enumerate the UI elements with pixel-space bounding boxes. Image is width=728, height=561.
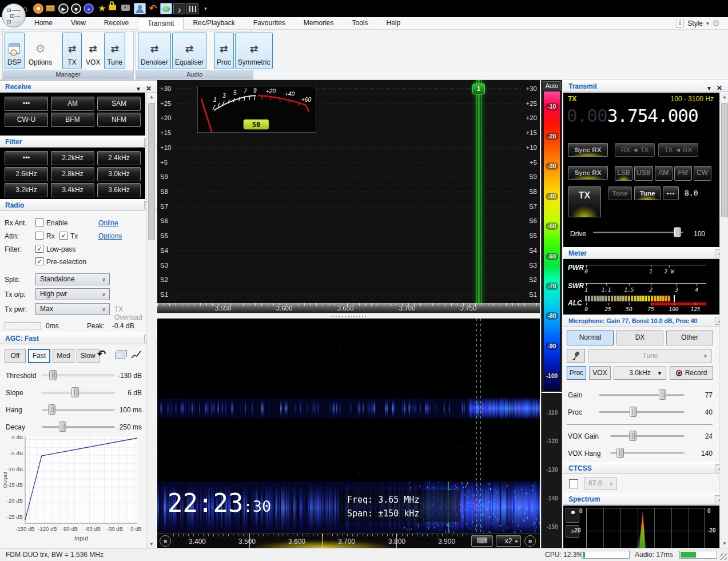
mode-button[interactable]: NFM (97, 113, 141, 127)
ribbon-collapse-icon[interactable]: ⇕ (676, 19, 684, 28)
zoom-button[interactable]: x2 ▸ (496, 535, 521, 547)
tone-button[interactable]: Tone (608, 186, 632, 200)
attn-rx-checkbox[interactable] (35, 232, 43, 240)
agc-threshold-slider[interactable] (42, 369, 115, 381)
agc-slope-slider[interactable] (42, 387, 115, 398)
menu-tab[interactable]: Favourites (244, 17, 295, 30)
menu-tab[interactable]: Help (377, 17, 410, 30)
keyboard-entry-button[interactable]: ⌨ (471, 535, 493, 547)
vox-gain-slider[interactable] (610, 430, 685, 441)
filter-button[interactable]: 2.4kHz (97, 151, 141, 165)
right-panel-scrollbar[interactable]: ▲ ▼ (719, 93, 728, 548)
menu-tab[interactable]: Tools (343, 17, 377, 30)
tx-mode-button[interactable]: LSB (615, 166, 632, 181)
record-button[interactable]: Record (670, 366, 713, 380)
tx-marker-flag[interactable]: 1 (472, 83, 485, 94)
ctcss-tone-select[interactable]: 67.0∨ (584, 478, 617, 490)
ribbon-button[interactable]: Symmetric (235, 33, 273, 69)
resize-grip[interactable] (720, 553, 727, 560)
spectrum-style-dot-button[interactable] (566, 508, 579, 523)
filter-button[interactable]: 3.2kHz (5, 183, 48, 197)
sync-rx-button[interactable]: Sync RX (568, 143, 608, 157)
agc-curve-icon[interactable] (130, 349, 142, 360)
microphone-icon-button[interactable] (567, 349, 585, 363)
ribbon-button[interactable]: DSP (5, 33, 25, 69)
close-icon[interactable]: ✕ (717, 82, 722, 94)
display-splitter[interactable] (157, 313, 540, 319)
colorbar-threshold-line[interactable] (542, 392, 563, 393)
app-logo[interactable] (2, 3, 26, 27)
tx-frequency-marker[interactable] (476, 80, 482, 303)
ribbon-button[interactable]: Tune (104, 33, 125, 69)
preselection-checkbox[interactable]: ✓ (35, 257, 43, 265)
band-overview-scale[interactable]: 3.4003.5003.6003.7003.8003.900 (173, 534, 476, 548)
mixer-icon[interactable] (186, 3, 198, 14)
overflow-chevron-icon[interactable]: ▾ (200, 2, 212, 15)
agc-preset-icon[interactable] (115, 352, 125, 359)
mode-button[interactable]: SAM (97, 97, 141, 111)
tx-from-rx-button[interactable]: TX ◄ RX (658, 143, 698, 157)
person-icon[interactable] (134, 3, 146, 14)
mode-button[interactable]: ••• (5, 97, 48, 111)
lock-icon[interactable] (109, 5, 116, 10)
filter-button[interactable]: 2.2kHz (51, 151, 94, 165)
colorbar-gradient[interactable]: -10-20-30-40-50-60-70-80-90-100 (544, 91, 560, 391)
ribbon-button[interactable]: Denoiser (138, 33, 171, 69)
mode-button[interactable]: CW-U (5, 113, 48, 127)
style-menu[interactable]: Style (687, 19, 703, 27)
menu-tab[interactable]: Memories (295, 17, 343, 30)
mic-tune-select[interactable]: Tune▼ (588, 349, 712, 363)
tx-op-select[interactable]: High pwr∨ (35, 288, 110, 300)
filter-button[interactable]: 3.0kHz (97, 167, 141, 181)
tx-mode-button[interactable]: USB (634, 166, 653, 181)
tx-transmit-button[interactable]: TX (568, 186, 601, 217)
rx-spectrum-display[interactable]: +30+30 +25+25 +20+20 +15+15 +10+10 +5+5 … (157, 80, 540, 303)
drive-slider[interactable] (593, 226, 683, 238)
favourite-star-icon[interactable]: ★ (96, 2, 108, 15)
tune-options-button[interactable]: ••• (663, 186, 679, 200)
style-chevron-icon[interactable]: ▾ (706, 21, 709, 26)
mic-profile-button[interactable]: Normal (567, 331, 614, 345)
filter-button[interactable]: 2.6kHz (5, 167, 48, 181)
tx-mode-button[interactable]: CW (694, 166, 711, 181)
filter-button[interactable]: ••• (5, 151, 48, 165)
ribbon-button[interactable]: TX (62, 33, 82, 69)
menu-tab[interactable]: View (62, 17, 95, 30)
camera-icon[interactable] (121, 5, 130, 11)
online-link[interactable]: Online (98, 219, 118, 227)
mic-proc-slider[interactable] (599, 406, 685, 417)
music-note-icon[interactable]: ♪ (173, 3, 185, 14)
vox-hang-slider[interactable] (610, 447, 685, 459)
settings-gear-icon[interactable]: ⚙ (713, 18, 720, 29)
agc-speed-button[interactable]: Fast (28, 349, 50, 363)
ribbon-button[interactable]: Equaliser (172, 33, 206, 69)
mic-profile-button[interactable]: Other (666, 331, 713, 345)
proc-toggle-button[interactable]: Proc (567, 366, 586, 380)
agc-decay-slider[interactable] (42, 421, 115, 432)
zoom-expand-icon[interactable]: ▸ (515, 536, 518, 546)
stop-icon[interactable]: ■ (71, 3, 81, 14)
mic-gain-slider[interactable] (599, 389, 685, 400)
tx-pwr-select[interactable]: Max∨ (35, 303, 110, 315)
attn-tx-checkbox[interactable]: ✓ (59, 232, 67, 240)
tx-mode-button[interactable]: AM (655, 166, 673, 181)
enable-checkbox[interactable] (35, 218, 43, 226)
agc-undo-icon[interactable]: ↶ (97, 348, 106, 360)
sync-rx-mode-button[interactable]: Sync RX (568, 166, 608, 180)
left-panel-scrollbar[interactable]: ▲ ▼ (146, 93, 156, 548)
filter-button[interactable]: 3.6kHz (97, 183, 141, 197)
folder-icon[interactable] (46, 5, 55, 11)
filter-button[interactable]: 3.4kHz (51, 183, 94, 197)
mic-bandwidth-select[interactable]: 3.0kHz▼ (614, 367, 666, 380)
nav-back-button[interactable]: « (160, 535, 171, 547)
ctcss-enable-checkbox[interactable] (569, 479, 578, 488)
vox-toggle-button[interactable]: VOX (589, 366, 611, 380)
add-icon[interactable]: ＋ (83, 3, 94, 14)
menu-tab[interactable]: Receive (95, 17, 138, 30)
mode-button[interactable]: AM (51, 97, 94, 111)
undo-icon[interactable]: ↶ (147, 2, 159, 15)
ribbon-button[interactable]: Options (26, 33, 55, 69)
menu-tab[interactable]: Rec/Playback (184, 17, 244, 30)
tune-button[interactable]: Tune (634, 186, 661, 200)
ribbon-button[interactable]: VOX (83, 33, 103, 69)
